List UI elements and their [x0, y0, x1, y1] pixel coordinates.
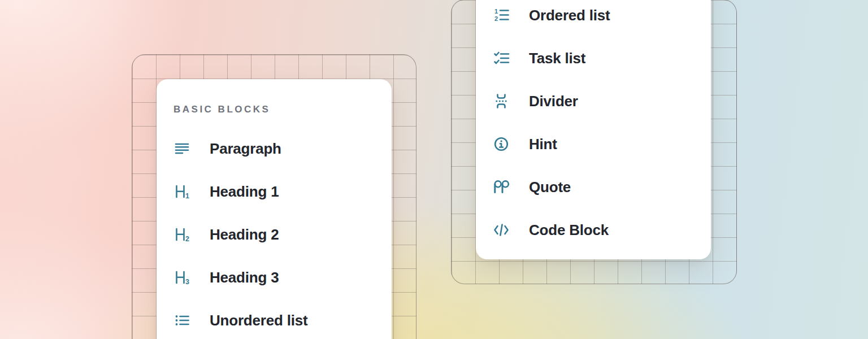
menu-item-label: Unordered list [210, 312, 307, 329]
heading-2-icon: 2 [173, 226, 190, 243]
quote-icon [493, 179, 510, 195]
unordered-list-icon [173, 312, 190, 329]
svg-text:1: 1 [494, 8, 498, 15]
heading-3-icon: 3 [173, 269, 190, 286]
menu-item-label: Heading 1 [210, 183, 279, 201]
menu-item-heading-1[interactable]: 1 Heading 1 [173, 180, 279, 203]
basic-blocks-menu: BASIC BLOCKS Paragraph 1 Heading 1 2 Hea… [157, 79, 392, 339]
menu-item-label: Hint [529, 136, 557, 153]
hint-icon [493, 136, 510, 153]
menu-item-divider[interactable]: Divider [493, 90, 578, 112]
svg-text:1: 1 [185, 192, 189, 200]
menu-item-label: Heading 2 [210, 226, 279, 244]
svg-text:3: 3 [185, 278, 189, 286]
menu-item-label: Code Block [529, 221, 609, 239]
ordered-list-icon: 1 2 [493, 7, 510, 24]
menu-item-paragraph[interactable]: Paragraph [173, 137, 281, 160]
menu-item-label: Ordered list [529, 7, 610, 24]
menu-item-label: Quote [529, 179, 571, 196]
code-block-icon [493, 221, 510, 238]
divider-icon [493, 93, 510, 110]
menu-item-label: Task list [529, 50, 585, 67]
section-label: BASIC BLOCKS [173, 104, 270, 115]
menu-item-heading-3[interactable]: 3 Heading 3 [173, 266, 279, 289]
menu-item-hint[interactable]: Hint [493, 133, 557, 155]
editor-blocks-illustration: BASIC BLOCKS Paragraph 1 Heading 1 2 Hea… [0, 0, 868, 339]
svg-text:2: 2 [185, 235, 189, 243]
menu-item-task-list[interactable]: Task list [493, 47, 585, 69]
heading-1-icon: 1 [173, 183, 190, 200]
menu-item-code-block[interactable]: Code Block [493, 219, 609, 241]
task-list-icon [493, 50, 510, 67]
menu-item-label: Divider [529, 93, 578, 110]
menu-item-quote[interactable]: Quote [493, 176, 571, 198]
paragraph-icon [173, 140, 190, 157]
menu-item-label: Paragraph [210, 140, 281, 158]
menu-item-heading-2[interactable]: 2 Heading 2 [173, 223, 279, 246]
menu-item-ordered-list[interactable]: 1 2 Ordered list [493, 4, 610, 27]
menu-item-unordered-list[interactable]: Unordered list [173, 309, 307, 332]
svg-text:2: 2 [494, 15, 498, 22]
menu-item-label: Heading 3 [210, 269, 279, 286]
blocks-menu-continued: 1 2 Ordered list Task list [476, 0, 711, 259]
